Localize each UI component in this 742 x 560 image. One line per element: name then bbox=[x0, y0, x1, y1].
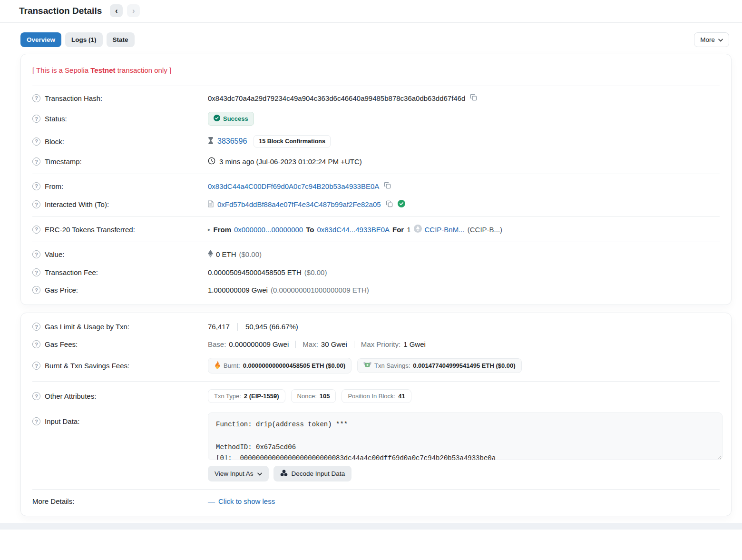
view-input-as-label: View Input As bbox=[215, 470, 254, 477]
row-value: 1.000000009 Gwei (0.000000001000000009 E… bbox=[208, 286, 369, 294]
copy-icon bbox=[470, 94, 477, 102]
show-less-text: Click to show less bbox=[218, 497, 275, 505]
copy-button[interactable] bbox=[383, 182, 392, 190]
copy-button[interactable] bbox=[385, 200, 394, 209]
base-fee-value: 0.000000009 Gwei bbox=[229, 340, 289, 348]
row-timestamp: ? Timestamp: 3 mins ago (Jul-06-2023 01:… bbox=[32, 152, 720, 171]
value-usd: ($0.00) bbox=[239, 250, 262, 258]
chevron-down-icon bbox=[257, 470, 262, 477]
show-less-link[interactable]: — Click to show less bbox=[208, 497, 275, 505]
row-status: ? Status: Success bbox=[32, 107, 720, 130]
row-burnt-fees: ? Burnt & Txn Savings Fees: Burnt: 0.000… bbox=[32, 353, 720, 378]
row-gas-price: ? Gas Price: 1.000000009 Gwei (0.0000000… bbox=[32, 281, 720, 299]
tab-logs[interactable]: Logs (1) bbox=[65, 32, 103, 47]
help-icon[interactable]: ? bbox=[32, 182, 40, 190]
row-gas-fees: ? Gas Fees: Base: 0.000000009 Gwei Max: … bbox=[32, 335, 720, 353]
help-icon[interactable]: ? bbox=[32, 250, 40, 258]
from-address-link[interactable]: 0x83dC44a4C00DFf69d0A0c7c94B20b53a4933BE… bbox=[208, 182, 379, 190]
txn-savings-value: 0.001477404999541495 ETH ($0.00) bbox=[413, 362, 515, 369]
help-icon[interactable]: ? bbox=[32, 200, 40, 208]
row-value: 0 ETH ($0.00) bbox=[208, 250, 262, 259]
row-label: ? Timestamp: bbox=[32, 157, 208, 166]
row-value: Burnt: 0.000000000000458505 ETH ($0.00) … bbox=[208, 358, 522, 373]
to-address-link[interactable]: 0xFd57b4ddBf88a4e07fF4e34C487b99af2Fe82a… bbox=[217, 200, 381, 208]
help-icon[interactable]: ? bbox=[32, 323, 40, 331]
help-icon[interactable]: ? bbox=[32, 392, 40, 400]
erc20-to-address-link[interactable]: 0x83dC44...4933BE0A bbox=[317, 226, 390, 234]
help-icon[interactable]: ? bbox=[32, 94, 40, 102]
value-amount: 0 ETH bbox=[216, 250, 236, 258]
row-other-attributes: ? Other Attributes: Txn Type: 2 (EIP-155… bbox=[32, 384, 720, 408]
erc20-to-label: To bbox=[306, 226, 314, 234]
decode-input-data-button[interactable]: Decode Input Data bbox=[273, 466, 352, 481]
gas-fees-label: Gas Fees: bbox=[45, 340, 78, 348]
row-label: ? From: bbox=[32, 182, 208, 190]
token-name-link[interactable]: CCIP-BnM... bbox=[425, 226, 465, 234]
tab-overview[interactable]: Overview bbox=[20, 32, 61, 47]
clock-icon bbox=[208, 157, 215, 166]
row-value: 0xFd57b4ddBf88a4e07fF4e34C487b99af2Fe82a… bbox=[208, 200, 405, 209]
nonce-label: Nonce: bbox=[297, 393, 317, 400]
txn-type-label: Txn Type: bbox=[214, 393, 241, 400]
tab-state[interactable]: State bbox=[107, 32, 135, 47]
block-link[interactable]: 3836596 bbox=[217, 137, 247, 146]
row-erc20-transfers: ? ERC-20 Tokens Transferred: ▸ From 0x00… bbox=[32, 220, 720, 239]
row-from: ? From: 0x83dC44a4C00DFf69d0A0c7c94B20b5… bbox=[32, 177, 720, 195]
row-label: ? Transaction Hash: bbox=[32, 94, 208, 102]
burnt-badge: Burnt: 0.000000000000458505 ETH ($0.00) bbox=[208, 358, 351, 373]
max-priority-value: 1 Gwei bbox=[403, 340, 426, 348]
nonce-badge: Nonce: 105 bbox=[291, 389, 336, 403]
row-label: ? Interacted With (To): bbox=[32, 200, 208, 208]
page-bottom-strip bbox=[0, 523, 742, 530]
next-transaction-button[interactable]: › bbox=[127, 4, 140, 17]
help-icon[interactable]: ? bbox=[32, 226, 40, 234]
chevron-down-icon bbox=[718, 36, 723, 43]
help-icon[interactable]: ? bbox=[32, 157, 40, 166]
separator bbox=[295, 341, 296, 348]
separator bbox=[354, 341, 354, 348]
help-icon[interactable]: ? bbox=[32, 362, 40, 370]
testnet-warning-suffix: transaction only ] bbox=[116, 66, 172, 74]
gas-limit-value: 76,417 bbox=[208, 323, 230, 331]
more-details-label: More Details: bbox=[32, 497, 74, 505]
input-data-block: Function: drip(address token) *** Method… bbox=[208, 413, 722, 481]
erc20-from-label: From bbox=[214, 226, 232, 234]
from-label: From: bbox=[45, 182, 63, 190]
decode-button-label: Decode Input Data bbox=[292, 470, 345, 477]
other-attributes-label: Other Attributes: bbox=[45, 392, 96, 400]
position-in-block-badge: Position In Block: 41 bbox=[342, 389, 411, 403]
copy-button[interactable] bbox=[469, 94, 478, 102]
row-transaction-fee: ? Transaction Fee: 0.000050945000458505 … bbox=[32, 264, 720, 281]
row-label: ? Gas Fees: bbox=[32, 340, 208, 348]
input-data-textarea[interactable]: Function: drip(address token) *** Method… bbox=[208, 413, 722, 460]
status-badge: Success bbox=[208, 112, 254, 126]
view-input-as-button[interactable]: View Input As bbox=[208, 466, 269, 481]
base-fee-label: Base: bbox=[208, 340, 226, 348]
money-wings-icon bbox=[363, 362, 371, 370]
help-icon[interactable]: ? bbox=[32, 340, 40, 348]
help-icon[interactable]: ? bbox=[32, 286, 40, 294]
help-icon[interactable]: ? bbox=[32, 417, 40, 425]
row-value: Base: 0.000000009 Gwei Max: 30 Gwei Max … bbox=[208, 340, 426, 348]
divider bbox=[32, 86, 720, 86]
burnt-label: Burnt: bbox=[224, 362, 240, 369]
burnt-fees-label: Burnt & Txn Savings Fees: bbox=[45, 362, 129, 370]
help-icon[interactable]: ? bbox=[32, 138, 40, 146]
more-dropdown-button[interactable]: More bbox=[694, 32, 729, 47]
erc20-from-address-link[interactable]: 0x000000...00000000 bbox=[234, 226, 303, 234]
erc20-for-label: For bbox=[392, 226, 404, 234]
chevron-left-icon: ‹ bbox=[115, 7, 118, 15]
eth-icon bbox=[208, 250, 213, 259]
input-data-label: Input Data: bbox=[45, 417, 79, 425]
row-value: Txn Type: 2 (EIP-1559) Nonce: 105 Positi… bbox=[208, 389, 411, 403]
divider bbox=[32, 242, 720, 242]
value-label: Value: bbox=[45, 250, 64, 258]
row-interacted-with: ? Interacted With (To): 0xFd57b4ddBf88a4… bbox=[32, 195, 720, 214]
row-label: ? Block: bbox=[32, 138, 208, 146]
help-icon[interactable]: ? bbox=[32, 115, 40, 123]
prev-transaction-button[interactable]: ‹ bbox=[110, 4, 123, 17]
chevron-right-icon: › bbox=[132, 7, 135, 15]
row-label: ? Gas Price: bbox=[32, 286, 208, 294]
max-fee-value: 30 Gwei bbox=[321, 340, 347, 348]
help-icon[interactable]: ? bbox=[32, 268, 40, 276]
